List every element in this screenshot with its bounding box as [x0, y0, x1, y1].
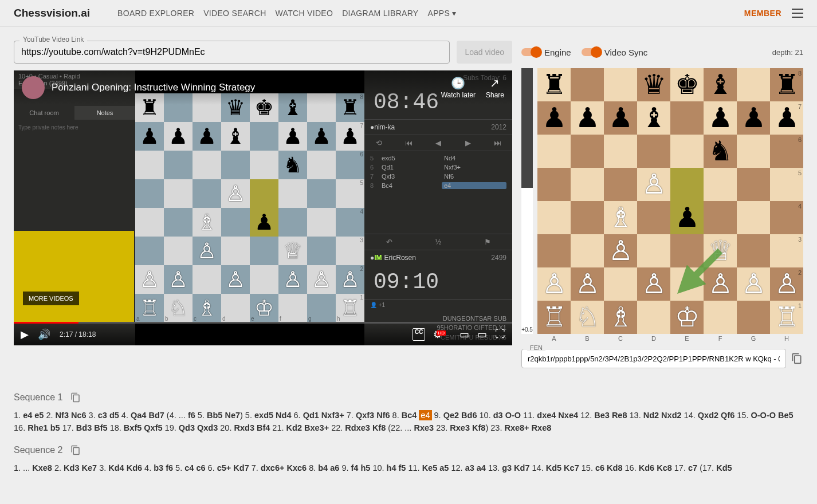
- more-videos-button[interactable]: MORE VIDEOS: [23, 292, 79, 305]
- dropdown-icon: ▾: [452, 9, 456, 18]
- undo-icon: ↶: [364, 234, 414, 250]
- notes-placeholder: Type private notes here: [14, 120, 135, 135]
- nav-menu: BOARD EXPLORER VIDEO SEARCH WATCH VIDEO …: [117, 5, 456, 21]
- move-sequence[interactable]: 1. ... Kxe8 2. Kd3 Ke7 3. Kd4 Kd6 4. b3 …: [14, 462, 803, 475]
- nav-fwd-icon: ▶: [453, 135, 483, 151]
- file-labels: ABCDEFGH: [537, 334, 803, 342]
- volume-icon[interactable]: 🔊: [38, 328, 50, 341]
- fen-input[interactable]: [521, 349, 786, 368]
- spectators: 👤 +1: [364, 300, 512, 310]
- url-legend: YouTube Video Link: [19, 36, 87, 44]
- watch-later-icon: 🕒: [441, 76, 476, 90]
- url-field-wrapper: YouTube Video Link: [14, 41, 450, 64]
- move-sequence[interactable]: 1. e4 e5 2. Nf3 Nc6 3. c3 d5 4. Qa4 Bd7 …: [14, 410, 803, 435]
- sequence-title: Sequence 2: [14, 445, 62, 455]
- nav-watch-video[interactable]: WATCH VIDEO: [276, 5, 333, 21]
- embedded-chess-board: ♜♛♚♝♜8♟♟♟♝♟♟♟7♞6♙5♗♟4♙♕3♙♙♙♙♙♙2♖a♘b♗cd♔e…: [135, 93, 364, 322]
- sequence-title: Sequence 1: [14, 392, 62, 403]
- rating-bottom: 2499: [491, 254, 506, 262]
- copy-fen-icon[interactable]: [791, 352, 803, 365]
- rating-top: 2012: [491, 123, 506, 131]
- nav-first-icon: ⟲: [364, 135, 394, 151]
- chat-tab: Chat room: [14, 106, 74, 120]
- watch-later-button[interactable]: 🕒 Watch later: [441, 76, 476, 99]
- youtube-icon[interactable]: ▭: [459, 328, 469, 341]
- nav-apps[interactable]: APPS ▾: [428, 5, 457, 21]
- sequences-section: Sequence 1 1. e4 e5 2. Nf3 Nc6 3. c3 d5 …: [0, 382, 817, 504]
- eval-value: +0.5: [521, 325, 533, 334]
- share-icon: ↗: [486, 76, 504, 90]
- share-button[interactable]: ↗ Share: [486, 76, 504, 99]
- flag-icon: ⚑: [463, 234, 512, 250]
- engine-toggle[interactable]: Engine: [521, 48, 571, 57]
- menu-icon[interactable]: [792, 9, 803, 18]
- eval-bar: +0.5: [521, 68, 533, 334]
- nav-back-fast-icon: ⏮: [394, 135, 424, 151]
- nav-back-icon: ◀: [423, 135, 453, 151]
- channel-avatar[interactable]: [22, 76, 45, 99]
- theater-icon[interactable]: ▭: [477, 328, 487, 341]
- main-chess-board[interactable]: ♜♛♚♝♜8♟♟♟♝♟♟♟7♞6♙5♗♟4♙♕3♙♙♙♙♙♙2♖♘♗♔♖1: [537, 68, 803, 334]
- nav-diagram-library[interactable]: DIAGRAM LIBRARY: [342, 5, 418, 21]
- move-list: 5exd5Nd46Qd1Nxf3+7Qxf3Nf68Bc4e4: [364, 151, 512, 234]
- copy-sequence-icon[interactable]: [69, 391, 82, 404]
- member-link[interactable]: MEMBER: [744, 9, 781, 18]
- fullscreen-icon[interactable]: ⛶: [495, 328, 505, 341]
- cc-icon[interactable]: CC: [413, 328, 425, 341]
- player-bottom: EricRosen: [384, 254, 492, 262]
- video-player[interactable]: 10+0 • Casual • Rapid EricRosen (2499) C…: [14, 70, 512, 345]
- nav-last-icon: ⏭: [482, 135, 512, 151]
- player-top: nim-ka: [374, 123, 491, 131]
- logo[interactable]: Chessvision.ai: [14, 7, 90, 19]
- settings-icon[interactable]: ⚙HD: [433, 328, 451, 341]
- notes-tab: Notes: [74, 106, 135, 120]
- video-sync-toggle[interactable]: Video Sync: [582, 48, 648, 57]
- lichess-right-panel: Subs Today: 6 08:46 ● nim-ka 2012 ⟲ ⏮ ◀ …: [364, 70, 512, 345]
- clock-bottom: 09:10: [364, 265, 512, 300]
- video-title[interactable]: Ponziani Opening: Instructive Winning St…: [52, 82, 431, 93]
- webcam-feed: [14, 231, 134, 322]
- nav-video-search[interactable]: VIDEO SEARCH: [203, 5, 266, 21]
- fen-legend: FEN: [527, 344, 545, 351]
- load-video-button[interactable]: Load video: [457, 41, 512, 64]
- youtube-url-input[interactable]: [14, 41, 450, 64]
- app-header: Chessvision.ai BOARD EXPLORER VIDEO SEAR…: [0, 0, 817, 27]
- nav-board-explorer[interactable]: BOARD EXPLORER: [117, 5, 194, 21]
- video-time: 2:17 / 18:18: [60, 330, 96, 338]
- depth-label: depth: 21: [772, 48, 803, 57]
- play-icon[interactable]: ▶: [21, 328, 29, 341]
- copy-sequence-icon[interactable]: [69, 444, 82, 456]
- im-tag: IM: [374, 254, 382, 262]
